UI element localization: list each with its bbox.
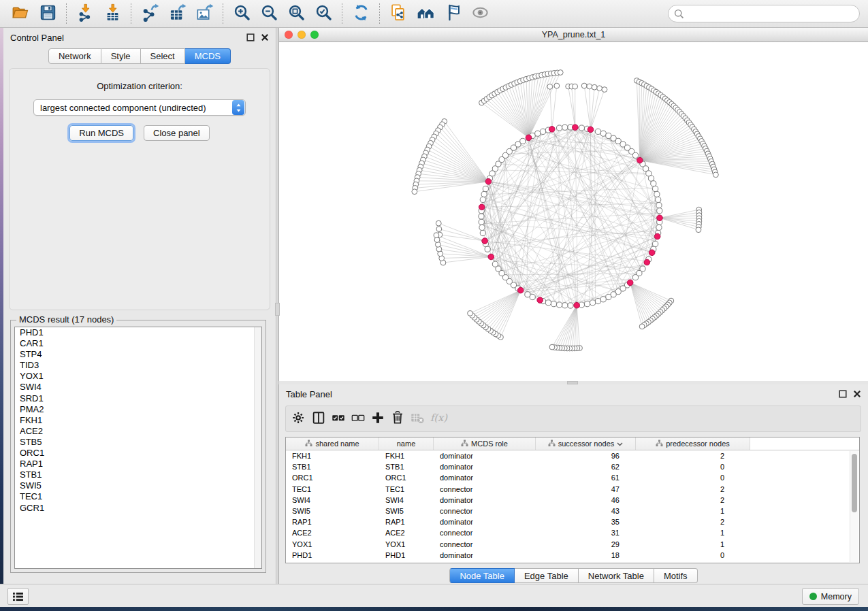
table-cell[interactable]: 2 [636,452,750,460]
criterion-dropdown[interactable]: largest connected component (undirected) [33,99,246,116]
vertical-splitter-handle[interactable] [275,303,280,316]
result-list-item[interactable]: SWI5 [15,480,261,491]
result-list-item[interactable]: FKH1 [15,415,261,426]
table-cell[interactable]: TEC1 [379,485,434,493]
tab-motifs[interactable]: Motifs [654,568,698,583]
result-list-item[interactable]: YOX1 [15,371,261,382]
table-cell[interactable]: TEC1 [286,485,379,493]
float-panel-icon[interactable] [246,33,255,42]
show-all-button[interactable] [466,2,494,25]
delete-table-button[interactable] [408,409,426,429]
zoom-out-button[interactable] [255,2,283,25]
result-list-item[interactable]: SWI4 [15,382,261,393]
horizontal-splitter[interactable] [278,381,868,384]
result-list-item[interactable]: STP4 [15,349,261,360]
table-cell[interactable]: PHD1 [379,551,434,559]
table-cell[interactable]: SWI4 [379,496,434,504]
import-network-button[interactable] [71,2,99,25]
column-header-mcds-role[interactable]: MCDS role [434,437,536,450]
tab-mcds[interactable]: MCDS [185,48,231,64]
result-list-item[interactable]: PMA2 [15,404,261,415]
tab-select[interactable]: Select [141,48,185,64]
table-cell[interactable]: dominator [434,452,536,460]
table-cell[interactable]: connector [434,540,536,548]
table-cell[interactable]: dominator [434,518,536,526]
vertical-splitter[interactable] [276,28,278,584]
export-image-button[interactable] [191,2,218,25]
table-row[interactable]: ORC1ORC1dominator610 [286,472,859,483]
table-cell[interactable]: RAP1 [286,518,379,526]
table-cell[interactable]: 29 [536,540,636,548]
tab-style[interactable]: Style [101,48,141,64]
table-cell[interactable]: 2 [636,485,750,493]
save-session-button[interactable] [34,2,61,25]
table-scrollbar-thumb[interactable] [852,454,857,512]
table-cell[interactable]: 0 [636,474,750,482]
table-cell[interactable]: dominator [434,474,536,482]
close-panel-icon[interactable] [261,33,269,42]
table-row[interactable]: STB1STB1dominator620 [286,461,859,472]
function-builder-button[interactable]: f(x) [428,409,446,429]
table-row[interactable]: RAP1RAP1dominator352 [286,516,859,527]
table-row[interactable]: FKH1FKH1dominator962 [286,450,859,461]
table-cell[interactable]: STB1 [286,463,379,471]
result-list-item[interactable]: PHD1 [15,327,261,338]
status-list-button[interactable] [7,588,29,605]
open-file-button[interactable] [7,2,34,25]
table-cell[interactable]: 0 [636,463,750,471]
export-table-button[interactable] [163,2,191,25]
hide-selected-button[interactable] [439,2,466,25]
result-list-item[interactable]: GCR1 [15,503,261,514]
table-cell[interactable]: FKH1 [379,452,434,460]
new-network-from-selection-button[interactable] [385,2,412,25]
table-row[interactable]: ACE2ACE2connector311 [286,527,859,538]
search-box[interactable] [668,5,860,22]
result-list-item[interactable]: TEC1 [15,491,261,502]
table-cell[interactable]: RAP1 [379,518,434,526]
tab-node-table[interactable]: Node Table [449,568,515,583]
result-list-item[interactable]: CAR1 [15,338,261,349]
search-input[interactable] [688,9,854,19]
table-cell[interactable]: ACE2 [379,529,434,537]
table-cell[interactable]: dominator [434,463,536,471]
table-cell[interactable]: ACE2 [286,529,379,537]
table-cell[interactable]: YOX1 [286,540,379,548]
result-list-item[interactable]: RAP1 [15,459,261,469]
mcds-result-scrollbar[interactable] [254,327,261,568]
table-cell[interactable]: connector [434,485,536,493]
table-cell[interactable]: connector [434,529,536,537]
table-cell[interactable]: 1 [636,507,750,515]
table-cell[interactable]: ORC1 [379,474,434,482]
apply-layout-button[interactable] [347,2,374,25]
table-cell[interactable]: dominator [434,496,536,504]
table-cell[interactable]: 47 [536,485,636,493]
table-cell[interactable]: 96 [536,452,636,460]
result-list-item[interactable]: STB1 [15,469,261,480]
select-all-columns-button[interactable] [329,409,347,429]
table-cell[interactable]: FKH1 [286,452,379,460]
network-window-titlebar[interactable]: YPA_prune.txt_1 [279,28,868,42]
window-maximize-button[interactable] [310,31,319,39]
deselect-all-columns-button[interactable] [349,409,367,429]
zoom-selected-button[interactable] [310,2,337,25]
delete-columns-button[interactable] [389,409,406,429]
table-row[interactable]: SWI5SWI5connector431 [286,506,859,516]
result-list-item[interactable]: ACE2 [15,426,261,437]
table-cell[interactable]: connector [434,507,536,515]
window-minimize-button[interactable] [298,31,306,39]
window-close-button[interactable] [285,31,293,39]
result-list-item[interactable]: SRD1 [15,393,261,404]
network-canvas[interactable] [279,42,868,381]
add-column-button[interactable] [369,409,387,429]
import-table-button[interactable] [99,2,126,25]
table-cell[interactable]: 31 [536,529,636,537]
close-panel-button[interactable]: Close panel [144,125,210,141]
result-list-item[interactable]: TID3 [15,360,261,371]
column-header-name[interactable]: name [379,437,434,450]
table-row[interactable]: TEC1TEC1connector472 [286,484,859,495]
table-cell[interactable]: SWI5 [286,507,379,515]
table-cell[interactable]: ORC1 [286,474,379,482]
table-cell[interactable]: 1 [636,540,750,548]
tab-network-table[interactable]: Network Table [579,568,654,583]
first-neighbors-button[interactable] [412,2,439,25]
